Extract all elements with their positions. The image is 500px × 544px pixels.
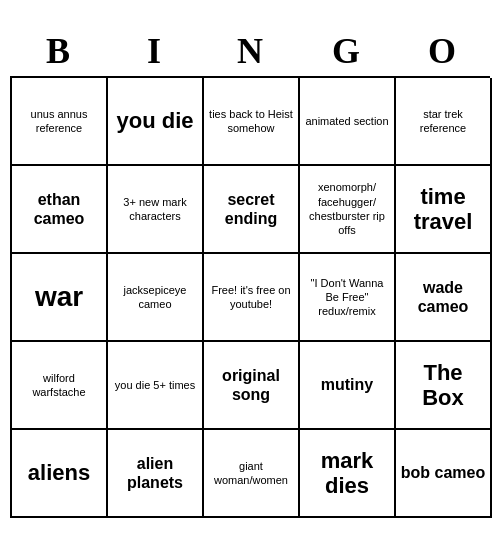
bingo-cell-22: giant woman/women	[204, 430, 300, 518]
cell-text-7: secret ending	[208, 190, 294, 228]
bingo-cell-16: you die 5+ times	[108, 342, 204, 430]
cell-text-3: animated section	[305, 114, 388, 128]
bingo-cell-11: jacksepiceye cameo	[108, 254, 204, 342]
cell-text-10: war	[35, 282, 83, 313]
bingo-cell-21: alien planets	[108, 430, 204, 518]
bingo-cell-18: mutiny	[300, 342, 396, 430]
bingo-grid: unus annus referenceyou dieties back to …	[10, 76, 490, 518]
bingo-cell-5: ethan cameo	[12, 166, 108, 254]
bingo-cell-6: 3+ new mark characters	[108, 166, 204, 254]
bingo-cell-13: "I Don't Wanna Be Free" redux/remix	[300, 254, 396, 342]
bingo-cell-15: wilford warfstache	[12, 342, 108, 430]
cell-text-17: original song	[208, 366, 294, 404]
cell-text-9: time travel	[400, 184, 486, 235]
bingo-cell-2: ties back to Heist somehow	[204, 78, 300, 166]
cell-text-8: xenomorph/ facehugger/ chestburster rip …	[304, 180, 390, 237]
bingo-cell-12: Free! it's free on youtube!	[204, 254, 300, 342]
bingo-cell-20: aliens	[12, 430, 108, 518]
cell-text-20: aliens	[28, 460, 90, 485]
bingo-cell-4: star trek reference	[396, 78, 492, 166]
bingo-letter-b: B	[14, 30, 102, 72]
cell-text-5: ethan cameo	[16, 190, 102, 228]
cell-text-22: giant woman/women	[208, 459, 294, 488]
cell-text-13: "I Don't Wanna Be Free" redux/remix	[304, 276, 390, 319]
cell-text-14: wade cameo	[400, 278, 486, 316]
cell-text-11: jacksepiceye cameo	[112, 283, 198, 312]
cell-text-23: mark dies	[304, 448, 390, 499]
cell-text-4: star trek reference	[400, 107, 486, 136]
bingo-cell-7: secret ending	[204, 166, 300, 254]
cell-text-1: you die	[116, 108, 193, 133]
cell-text-24: bob cameo	[401, 463, 485, 482]
cell-text-6: 3+ new mark characters	[112, 195, 198, 224]
bingo-cell-0: unus annus reference	[12, 78, 108, 166]
bingo-letter-o: O	[398, 30, 486, 72]
cell-text-16: you die 5+ times	[115, 378, 195, 392]
bingo-cell-1: you die	[108, 78, 204, 166]
bingo-letter-i: I	[110, 30, 198, 72]
bingo-cell-14: wade cameo	[396, 254, 492, 342]
cell-text-19: The Box	[400, 360, 486, 411]
bingo-letter-n: N	[206, 30, 294, 72]
cell-text-12: Free! it's free on youtube!	[208, 283, 294, 312]
cell-text-2: ties back to Heist somehow	[208, 107, 294, 136]
cell-text-21: alien planets	[112, 454, 198, 492]
bingo-cell-23: mark dies	[300, 430, 396, 518]
bingo-cell-19: The Box	[396, 342, 492, 430]
bingo-cell-17: original song	[204, 342, 300, 430]
bingo-header: BINGO	[10, 26, 490, 76]
cell-text-15: wilford warfstache	[16, 371, 102, 400]
bingo-cell-9: time travel	[396, 166, 492, 254]
bingo-cell-8: xenomorph/ facehugger/ chestburster rip …	[300, 166, 396, 254]
cell-text-0: unus annus reference	[16, 107, 102, 136]
bingo-cell-10: war	[12, 254, 108, 342]
bingo-cell-24: bob cameo	[396, 430, 492, 518]
bingo-letter-g: G	[302, 30, 390, 72]
cell-text-18: mutiny	[321, 375, 373, 394]
bingo-cell-3: animated section	[300, 78, 396, 166]
bingo-card: BINGO unus annus referenceyou dieties ba…	[10, 26, 490, 518]
